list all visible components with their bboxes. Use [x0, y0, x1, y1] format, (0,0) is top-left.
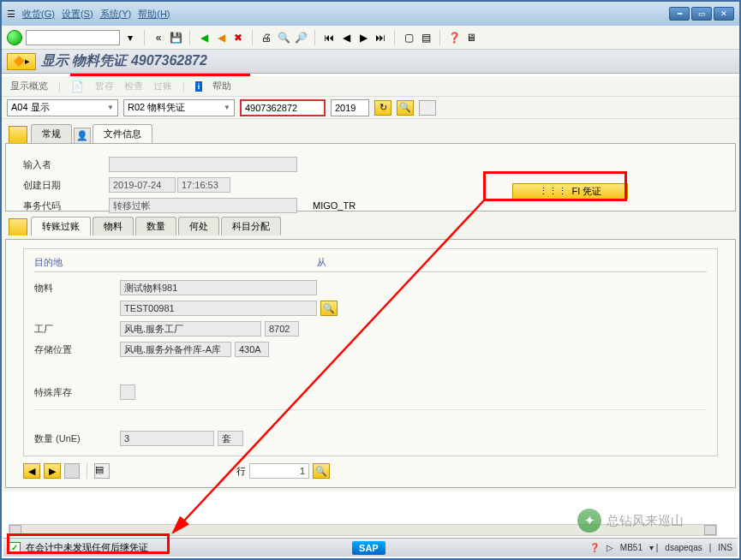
sub-help[interactable]: 帮助 [212, 80, 231, 92]
status-mode: INS [718, 543, 732, 552]
folder-icon-2[interactable] [9, 218, 27, 235]
menu-bangzhu[interactable]: 帮助(H) [138, 8, 170, 21]
line-search-button[interactable]: 🔍 [313, 463, 330, 479]
save-icon[interactable]: 💾 [169, 31, 182, 45]
settings-icon[interactable]: 🖥 [464, 31, 478, 45]
grid-button[interactable] [419, 100, 436, 116]
menu-shouhuo[interactable]: 收货(G) [22, 8, 55, 21]
qty-value: 3 [120, 431, 214, 446]
sloc-label: 存储位置 [34, 343, 120, 356]
tab-quantity[interactable]: 数量 [135, 217, 176, 235]
status-tcode: MB51 [620, 543, 642, 552]
sub-overview[interactable]: 显示概览 [10, 80, 48, 92]
find-next-icon[interactable]: 🔎 [294, 31, 308, 45]
folder-icon[interactable] [9, 126, 27, 143]
special-stock-value [120, 384, 135, 400]
minimize-button[interactable]: ━ [669, 7, 690, 21]
print-icon[interactable]: 🖨 [260, 31, 273, 45]
tab-general[interactable]: 常规 [31, 124, 72, 143]
find-icon[interactable]: 🔍 [277, 31, 290, 45]
sloc-code-value: 430A [235, 342, 269, 357]
entered-by-value [109, 157, 297, 172]
tab-material[interactable]: 物料 [93, 217, 134, 235]
tab-user-icon[interactable]: 👤 [74, 128, 91, 143]
scroll-right-button[interactable] [704, 525, 716, 535]
create-time-value: 17:16:53 [177, 177, 230, 193]
page-title: 显示 物料凭证 4907362872 [41, 52, 207, 70]
execute-button[interactable]: ↻ [374, 100, 391, 116]
tab-docinfo[interactable]: 文件信息 [93, 124, 152, 143]
tcode-code: MIGO_TR [313, 200, 356, 211]
enter-icon[interactable] [7, 30, 22, 45]
menu-xitong[interactable]: 系统(Y) [100, 8, 132, 21]
material-label: 物料 [34, 282, 120, 295]
fi-button-label: FI 凭证 [572, 185, 602, 198]
menu-shezhi[interactable]: 设置(S) [62, 8, 93, 21]
scroll-left-button[interactable] [9, 525, 21, 535]
watermark: ✦ 总钻风来巡山 [577, 509, 684, 533]
line-label: 行 [236, 465, 246, 478]
status-system: dsapeqas [665, 543, 702, 552]
last-page-icon[interactable]: ⏭ [373, 31, 387, 45]
special-stock-label: 特殊库存 [34, 386, 120, 399]
dest-head: 目的地 [34, 256, 317, 269]
sap-logo: SAP [352, 541, 385, 555]
prev-page-icon[interactable]: ◀ [339, 31, 353, 45]
tcode-text-value: 转移过帐 [109, 198, 297, 213]
material-code-value: TEST00981 [120, 301, 317, 316]
status-message: 在会计中未发现任何后继凭证 [26, 541, 148, 554]
wechat-icon: ✦ [577, 509, 601, 533]
back-icon[interactable]: « [152, 31, 165, 45]
sub-hold: 暂存 [95, 80, 114, 92]
layout-icon[interactable]: ▤ [419, 31, 433, 45]
info-icon: i [195, 81, 203, 92]
material-detail-button[interactable]: 🔍 [320, 301, 338, 316]
first-page-icon[interactable]: ⏮ [322, 31, 336, 45]
reftype-combo[interactable]: R02 物料凭证▼ [123, 99, 235, 116]
command-field[interactable] [26, 30, 120, 45]
warning-icon: ❓ [589, 543, 600, 552]
prev-item-button[interactable]: ◀ [23, 463, 40, 479]
next-item-button[interactable]: ▶ [44, 463, 61, 479]
action-combo[interactable]: A04 显示▼ [7, 99, 118, 116]
year-field[interactable]: 2019 [331, 99, 369, 116]
sloc-value: 风电.服务外备件库-A库 [120, 342, 231, 357]
plant-code-value: 8702 [265, 321, 299, 337]
tab-account[interactable]: 科目分配 [221, 217, 281, 235]
qty-label: 数量 (UnE) [34, 432, 120, 445]
help-icon[interactable]: ❓ [447, 31, 461, 45]
tab-where[interactable]: 何处 [178, 217, 219, 235]
dropdown-icon[interactable]: ▾ [123, 31, 137, 45]
status-ok-icon: ✓ [9, 542, 21, 554]
plant-value: 风电.服务工厂 [120, 321, 261, 337]
next-page-icon[interactable]: ▶ [356, 31, 370, 45]
create-date-value: 2019-07-24 [109, 177, 176, 193]
new-session-icon[interactable]: ▢ [402, 31, 415, 45]
menu-icon[interactable]: ☰ [7, 9, 15, 20]
back-green-icon[interactable]: ◀ [197, 31, 211, 45]
contents-button[interactable]: ▤ [94, 463, 110, 479]
unit-value: 套 [218, 431, 243, 446]
cancel-icon[interactable]: ✖ [231, 31, 245, 45]
tcode-label: 事务代码 [23, 200, 109, 212]
material-value: 测试物料981 [120, 280, 317, 295]
find-button[interactable]: 🔍 [397, 100, 414, 116]
fi-document-button[interactable]: ⋮⋮⋮ FI 凭证 [512, 183, 628, 200]
from-head: 从 [317, 256, 326, 269]
sub-post: 过账 [153, 80, 172, 92]
maximize-button[interactable]: ▭ [691, 7, 712, 21]
close-button[interactable]: ✕ [714, 7, 734, 21]
doc-icon[interactable]: 📄 [71, 80, 85, 93]
doc-no-field[interactable]: 4907362872 [240, 99, 326, 116]
exit-icon[interactable]: ◀ [214, 31, 228, 45]
entered-by-label: 输入者 [23, 158, 109, 171]
line-no-field[interactable]: 1 [249, 463, 309, 479]
delete-item-button[interactable] [64, 463, 80, 479]
expand-button[interactable]: 🔶▸ [7, 53, 36, 70]
create-date-label: 创建日期 [23, 179, 109, 192]
tab-transfer[interactable]: 转账过账 [31, 217, 91, 235]
plant-label: 工厂 [34, 323, 120, 336]
sub-check: 检查 [124, 80, 143, 92]
